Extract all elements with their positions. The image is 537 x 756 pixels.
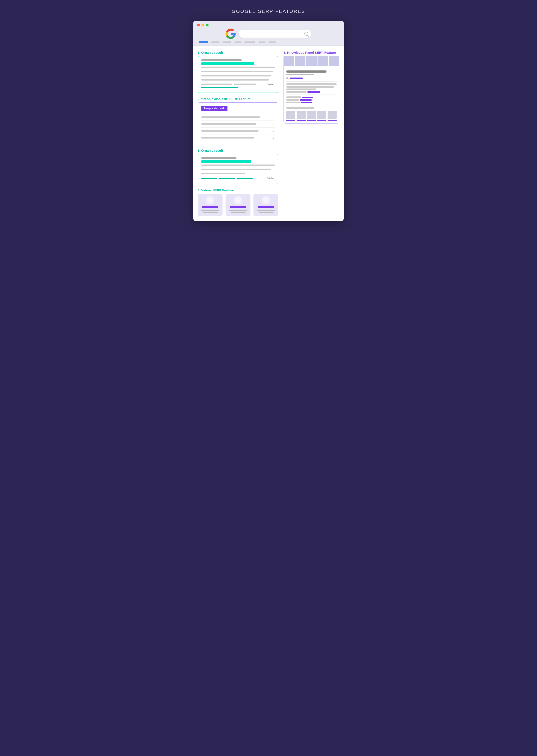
browser-search-bar [197, 28, 340, 39]
serp-right: 5. Knowledge Panel SERP Feature [283, 51, 339, 124]
kp-thumb-label-1 [286, 120, 295, 121]
knowledge-panel [283, 56, 339, 124]
video-title-3 [258, 206, 274, 208]
dot-red[interactable] [197, 23, 200, 26]
chevron-icon-3: ⌄ [272, 129, 275, 133]
kp-thumb-5 [328, 111, 337, 119]
video-card-2[interactable] [226, 194, 250, 216]
kp-thumb-label-5 [328, 120, 337, 121]
kp-img-1 [284, 56, 294, 66]
nav-tab-2[interactable] [223, 41, 231, 43]
org1-url-line [201, 59, 242, 61]
kp-thumb-2 [297, 111, 306, 119]
kp-subtitle-line [286, 74, 314, 75]
chevron-icon-4: ⌄ [272, 136, 275, 139]
org2-url-line [201, 157, 236, 159]
search-icon [304, 32, 308, 36]
kp-img-3 [306, 56, 317, 66]
dot-green[interactable] [206, 23, 209, 26]
paa-section: 2. "People also ask" SERP Feature People… [198, 97, 278, 144]
page-wrapper: GOOGLE SERP FEATURES [193, 9, 344, 221]
play-button-3[interactable] [262, 196, 270, 205]
play-button-2[interactable] [234, 196, 242, 205]
paa-row-4[interactable]: ⌄ [201, 134, 275, 141]
kp-inline-purple [308, 91, 320, 93]
browser-window: 1. Organic result [193, 20, 344, 221]
kp-thumb-1 [286, 111, 295, 119]
nav-tab-5[interactable] [259, 41, 265, 43]
kp-category-bar [290, 78, 303, 79]
organic-card-1: Sitelink [198, 56, 278, 93]
kp-dot-row [286, 77, 337, 79]
organic-card-2: Sitelink [198, 154, 278, 184]
search-input[interactable] [238, 30, 311, 38]
nav-tab-1[interactable] [211, 41, 219, 43]
browser-nav-tabs [197, 41, 340, 43]
serp-left: 1. Organic result [198, 51, 278, 216]
kp-divider-2 [286, 95, 337, 95]
kp-summary-line [286, 107, 314, 109]
org2-desc-lines [201, 165, 275, 176]
kp-thumb-label-2 [297, 120, 306, 121]
nav-tab-active[interactable] [199, 41, 208, 43]
video-sub-3 [256, 210, 276, 213]
browser-chrome [193, 20, 344, 46]
serp-layout: 1. Organic result [198, 51, 339, 216]
organic-section-1: 1. Organic result [198, 51, 278, 93]
sitelink-label-2: Sitelink [267, 177, 275, 179]
org2-sitelink-row: Sitelink [201, 177, 275, 179]
kp-img-5 [329, 56, 339, 66]
nav-tab-4[interactable] [244, 41, 255, 43]
org2-title-line [201, 160, 251, 163]
paa-row-2[interactable]: ⌄ [201, 120, 275, 127]
google-logo [226, 28, 236, 39]
play-icon-3 [265, 199, 268, 202]
video-card-3[interactable] [254, 194, 278, 216]
org1-sitelink-row: Sitelink [201, 83, 275, 86]
kp-bullet [286, 77, 288, 79]
play-icon-2 [237, 199, 240, 202]
knowledge-label: 5. Knowledge Panel SERP Feature [283, 51, 339, 54]
org1-sitelink-bar [201, 87, 238, 88]
video-card-1[interactable] [198, 194, 223, 216]
video-sub-2 [228, 210, 248, 213]
kp-thumb-label-3 [307, 120, 316, 121]
videos-row [198, 194, 278, 216]
kp-body [284, 68, 339, 123]
nav-tab-6[interactable] [268, 41, 276, 43]
videos-label: 4. Videos SERP Feature [198, 188, 278, 192]
kp-text-2 [286, 97, 337, 103]
kp-image-grid [284, 56, 339, 66]
kp-thumb-labels [286, 120, 337, 121]
nav-tab-3[interactable] [234, 41, 241, 43]
organic-section-2: 3. Organic result [198, 149, 278, 184]
sitelink-label-1: Sitelink [267, 83, 275, 86]
kp-thumbnails [286, 111, 337, 119]
page-title: GOOGLE SERP FEATURES [232, 9, 306, 14]
play-icon-1 [209, 199, 212, 202]
chevron-icon-2: ⌄ [272, 122, 275, 126]
kp-img-4 [317, 56, 328, 66]
dot-yellow[interactable] [201, 23, 204, 26]
paa-row-1[interactable]: ⌄ [201, 114, 275, 120]
kp-thumb-label-4 [317, 120, 326, 121]
kp-thumb-3 [307, 111, 316, 119]
video-sub-1 [200, 210, 220, 213]
paa-card: People also ask ⌄ ⌄ ⌄ [198, 102, 278, 144]
organic-2-label: 3. Organic result [198, 149, 278, 152]
video-title-1 [202, 206, 218, 208]
paa-row-3[interactable]: ⌄ [201, 127, 275, 134]
browser-dots [197, 23, 340, 26]
paa-badge: People also ask [201, 106, 227, 111]
organic-1-label: 1. Organic result [198, 51, 278, 54]
chevron-icon-1: ⌄ [272, 116, 275, 119]
org1-desc-lines [201, 66, 275, 82]
video-title-2 [230, 206, 246, 208]
paa-label: 2. "People also ask" SERP Feature [198, 97, 278, 101]
videos-section: 4. Videos SERP Feature [198, 188, 278, 216]
kp-divider-1 [286, 81, 337, 82]
kp-img-2 [295, 56, 306, 66]
browser-body: 1. Organic result [193, 46, 344, 221]
kp-title-line [286, 70, 326, 73]
play-button-1[interactable] [206, 196, 214, 205]
